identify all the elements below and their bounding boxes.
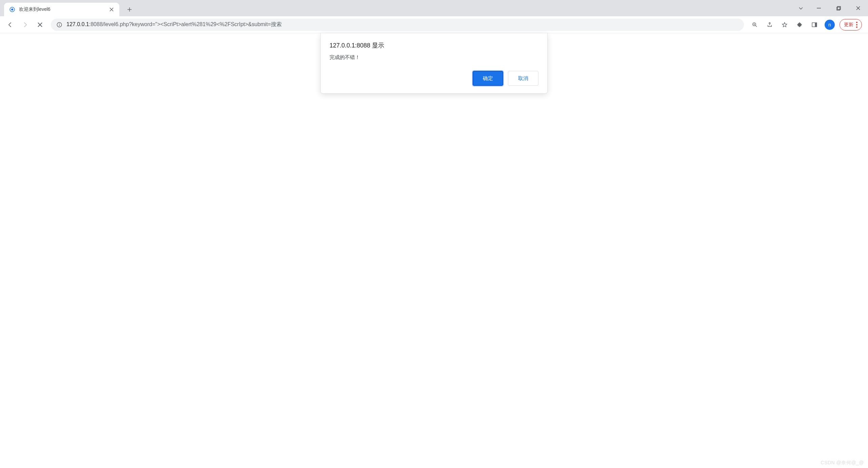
back-button[interactable] <box>3 18 17 32</box>
svg-rect-6 <box>59 24 60 26</box>
close-tab-icon[interactable] <box>108 6 115 13</box>
svg-point-5 <box>59 23 60 24</box>
avatar-initial: n <box>828 22 831 27</box>
dialog-buttons: 确定 取消 <box>330 71 538 86</box>
update-label: 更新 <box>844 22 853 28</box>
new-tab-button[interactable] <box>124 4 135 15</box>
browser-tab[interactable]: 欢迎来到level6 <box>4 3 119 16</box>
profile-avatar[interactable]: n <box>825 20 835 30</box>
javascript-dialog: 127.0.0.1:8088 显示 完成的不错！ 确定 取消 <box>320 33 548 94</box>
dialog-message: 完成的不错！ <box>330 54 538 61</box>
svg-point-1 <box>11 8 13 11</box>
maximize-button[interactable] <box>829 1 848 15</box>
window-controls <box>793 0 868 16</box>
toolbar: 127.0.0.1:8088/level6.php?keyword="><Scr… <box>0 16 868 33</box>
menu-dots-icon <box>856 22 857 28</box>
zoom-icon[interactable] <box>748 18 762 32</box>
ok-button[interactable]: 确定 <box>473 71 503 86</box>
update-button[interactable]: 更新 <box>840 19 862 31</box>
cancel-button[interactable]: 取消 <box>508 71 538 86</box>
side-panel-icon[interactable] <box>808 18 821 32</box>
url-text: 127.0.0.1:8088/level6.php?keyword="><Scr… <box>66 21 738 28</box>
url-path: :8088/level6.php?keyword="><ScriPt>alert… <box>89 21 282 27</box>
site-info-icon[interactable] <box>56 22 62 28</box>
toolbar-right: n 更新 <box>748 18 865 32</box>
titlebar: 欢迎来到level6 <box>0 0 868 16</box>
stop-reload-button[interactable] <box>33 18 47 32</box>
url-host: 127.0.0.1 <box>66 21 89 27</box>
address-bar[interactable]: 127.0.0.1:8088/level6.php?keyword="><Scr… <box>51 19 744 31</box>
page-content: 127.0.0.1:8088 显示 完成的不错！ 确定 取消 CSDN @奈何@… <box>0 33 868 468</box>
watermark: CSDN @奈何@_@ <box>821 460 864 466</box>
bookmark-icon[interactable] <box>778 18 791 32</box>
extensions-icon[interactable] <box>793 18 806 32</box>
close-window-button[interactable] <box>848 1 868 15</box>
share-icon[interactable] <box>763 18 776 32</box>
dialog-title: 127.0.0.1:8088 显示 <box>330 41 538 50</box>
forward-button[interactable] <box>18 18 32 32</box>
favicon-icon <box>9 6 16 13</box>
svg-rect-9 <box>815 23 817 27</box>
minimize-button[interactable] <box>809 1 829 15</box>
tab-search-icon[interactable] <box>793 1 809 15</box>
tab-title: 欢迎来到level6 <box>19 6 105 13</box>
